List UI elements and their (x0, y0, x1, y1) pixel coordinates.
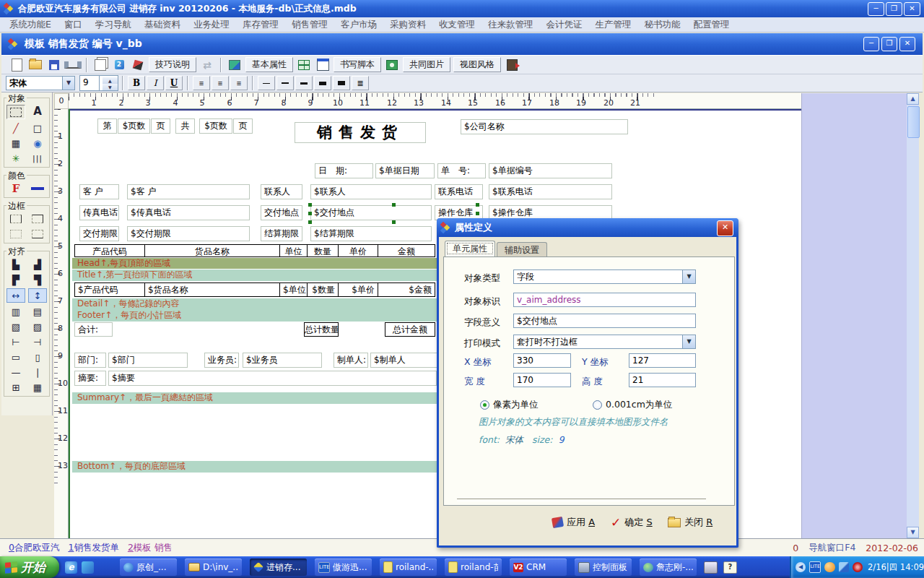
text-tool-icon[interactable]: A (29, 105, 46, 118)
template-field-box[interactable]: 传真电话 (79, 205, 119, 220)
ie-quicklaunch-icon[interactable]: e (65, 561, 77, 574)
selection-handle[interactable] (476, 203, 479, 207)
font-size-stepper[interactable]: ▲▼ (99, 76, 118, 90)
template-field-box[interactable]: 货品名称 (144, 244, 280, 257)
underline-button[interactable]: U (165, 76, 183, 90)
template-field-box[interactable]: $客 户 (127, 184, 250, 199)
menu-item[interactable]: 会计凭证 (539, 19, 588, 31)
object-id-input[interactable]: v_aim_address (513, 293, 696, 307)
template-field-box[interactable]: $货品名称 (144, 282, 280, 297)
template-field-box[interactable]: 摘要: (74, 371, 106, 386)
menu-item[interactable]: 秘书功能 (637, 19, 687, 31)
menu-item[interactable]: 窗口 (58, 19, 89, 31)
template-field-box[interactable]: 数量 (307, 244, 339, 257)
child-minimize-button[interactable]: ─ (863, 37, 879, 51)
line-weight-2-icon[interactable] (276, 76, 294, 90)
help-icon[interactable]: ? (723, 561, 737, 574)
template-field-box[interactable]: 业务员: (204, 353, 239, 368)
font-color-icon[interactable]: F (7, 182, 25, 195)
window-link[interactable]: 0合肥欧亚汽 (9, 542, 59, 554)
radio-dot[interactable] (593, 400, 602, 410)
image-tool-icon[interactable]: ✳ (7, 152, 25, 165)
template-field-box[interactable]: $交付期限 (127, 226, 250, 241)
template-field-box[interactable]: 部门: (74, 353, 106, 368)
border-right-top-icon[interactable] (29, 212, 46, 225)
align-tool-icon[interactable]: ∣ (29, 366, 46, 379)
template-field-box[interactable]: 联系人 (261, 184, 302, 199)
maximize-button[interactable]: ❐ (886, 2, 902, 16)
x-coord-input[interactable]: 330 (513, 353, 571, 368)
line-weight-1-icon[interactable] (258, 76, 275, 90)
template-field-box[interactable]: 结算期限 (261, 226, 302, 241)
menu-item[interactable]: 业务处理 (187, 19, 236, 31)
start-button[interactable]: 开始 (0, 556, 59, 578)
radio-pixels-unit[interactable]: 像素为单位 (480, 399, 539, 411)
menu-item[interactable]: 客户市场 (334, 19, 383, 31)
align-tool-icon[interactable]: ⊞ (7, 381, 25, 394)
border-bottom-icon[interactable] (29, 228, 46, 241)
clock[interactable]: 2/16|四 14:09 (868, 562, 924, 573)
menu-item[interactable]: 基础资料 (138, 19, 187, 31)
basic-props-button[interactable]: 基本属性 (245, 57, 293, 72)
line-weight-3-icon[interactable] (295, 76, 313, 90)
align-tool-icon[interactable]: ▛ (7, 273, 25, 286)
selection-handle[interactable] (392, 220, 396, 224)
taskbar-task[interactable]: 原创_... (120, 558, 177, 576)
taskbar-task[interactable]: LITE 傲游迅... (315, 558, 372, 576)
template-field-box[interactable]: $交付地点 (310, 205, 432, 220)
scrollbar-thumb[interactable] (907, 106, 920, 138)
align-tool-icon[interactable]: ▙ (7, 258, 25, 271)
template-field-box[interactable]: $单价 (338, 282, 378, 297)
italic-button[interactable]: I (147, 76, 164, 90)
tray-chevron-icon[interactable]: ◀ (796, 562, 806, 572)
window-link[interactable]: 1销售发货单 (68, 542, 118, 554)
align-tool-icon[interactable]: ▟ (29, 258, 46, 271)
menu-item[interactable]: 学习导航 (89, 19, 138, 31)
select-tool-icon[interactable] (6, 105, 25, 119)
tab-aux-settings[interactable]: 辅助设置 (497, 242, 547, 256)
align-tool-icon[interactable]: ▦ (29, 381, 46, 394)
menu-item[interactable]: 系统功能E (3, 19, 58, 31)
close-button[interactable]: ✕ (904, 2, 920, 16)
template-field-box[interactable]: $结算期限 (310, 226, 432, 241)
exit-icon[interactable] (503, 57, 520, 72)
align-tool-icon[interactable]: ↕ (28, 288, 47, 303)
y-coord-input[interactable]: 127 (629, 353, 696, 368)
taskbar-task[interactable]: roiland-... (380, 558, 437, 576)
save-icon[interactable] (45, 57, 63, 72)
template-field-box[interactable]: 合计: (74, 322, 113, 337)
template-field-box[interactable]: $页数 (118, 118, 150, 134)
template-field-box[interactable]: $单位 (279, 282, 308, 297)
align-tool-icon[interactable]: ▜ (29, 273, 46, 286)
template-field-box[interactable]: 总计数量 (304, 322, 339, 337)
template-field-box[interactable]: 日 期: (315, 163, 373, 178)
tab-unit-props[interactable]: 单元属性 (445, 241, 495, 256)
template-field-box[interactable]: $摘要 (108, 371, 437, 386)
justify-icon[interactable]: ≣ (352, 76, 369, 90)
template-field-box[interactable]: 产品代码 (74, 244, 145, 257)
maxthon-tray-icon[interactable]: LITE (809, 561, 821, 573)
taskbar-task[interactable]: roiland-苗 (445, 558, 502, 576)
font-family-select[interactable]: 宋体 ▼ (6, 76, 75, 90)
nav-window-link[interactable]: 导航窗口F4 (808, 542, 855, 554)
vertical-scrollbar[interactable]: ▲ ▼ (907, 93, 919, 538)
quicklaunch-icon[interactable] (82, 561, 94, 574)
template-field-box[interactable]: 单 号: (437, 163, 486, 178)
align-tool-icon[interactable]: ▧ (7, 320, 25, 333)
taskbar-task[interactable]: V2 CRM (510, 558, 567, 576)
menu-item[interactable]: 库存管理 (236, 19, 285, 31)
chevron-down-icon[interactable]: ▼ (62, 77, 74, 90)
view-style-button[interactable]: 视图风格 (453, 57, 501, 72)
selection-handle[interactable] (392, 203, 396, 207)
align-tool-icon[interactable]: ▤ (29, 305, 46, 318)
template-field-box[interactable]: $金额 (378, 282, 435, 297)
align-left-icon[interactable]: ≡ (193, 76, 210, 90)
columns-tool-icon[interactable]: ||| (29, 152, 46, 165)
template-field-box[interactable]: $页数 (199, 118, 232, 134)
child-maximize-button[interactable]: ❐ (881, 37, 897, 51)
tips-button[interactable]: 技巧说明 (149, 57, 196, 72)
field-meaning-input[interactable]: $交付地点 (513, 314, 696, 328)
align-right-icon[interactable]: ≡ (230, 76, 248, 90)
minimize-button[interactable]: ─ (868, 2, 884, 16)
selection-handle[interactable] (308, 212, 312, 215)
